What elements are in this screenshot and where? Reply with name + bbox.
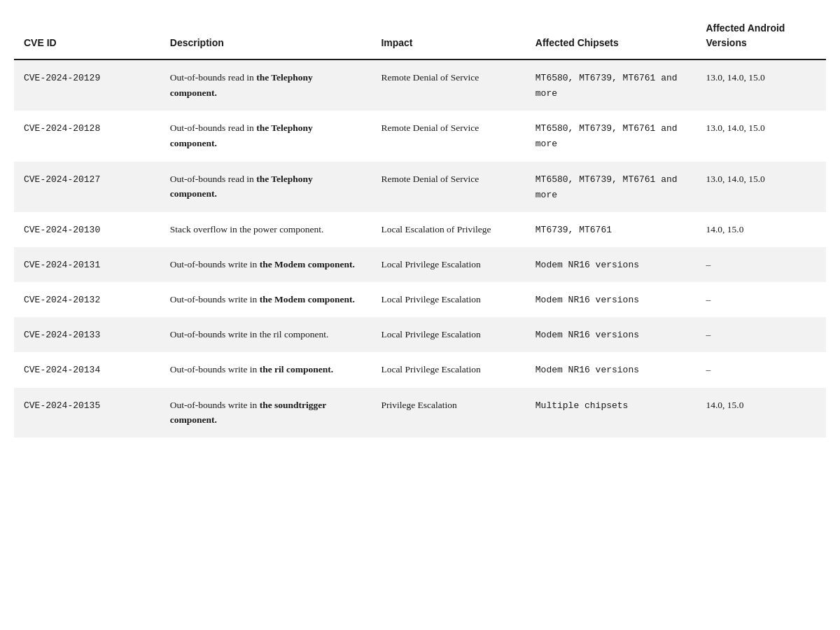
cve-id-value: CVE-2024-20133 [24,330,100,340]
impact-value: Remote Denial of Service [381,72,479,83]
chipsets-cell: Multiple chipsets [526,388,696,438]
android-versions-cell: – [696,317,826,352]
table-header-row: CVE ID Description Impact Affected Chips… [14,14,826,59]
description-value: Out-of-bounds read in the Telephony comp… [170,72,313,98]
impact-cell: Local Privilege Escalation [371,317,525,352]
description-cell: Out-of-bounds write in the Modem compone… [160,247,372,282]
android-versions-value: 13.0, 14.0, 15.0 [706,72,764,83]
header-cve-id: CVE ID [14,14,160,59]
chipsets-value: MT6580, MT6739, MT6761 and more [536,174,678,200]
header-description: Description [160,14,372,59]
impact-cell: Local Privilege Escalation [371,352,525,387]
impact-value: Local Privilege Escalation [381,329,480,340]
cve-id-value: CVE-2024-20128 [24,123,100,134]
header-impact: Impact [371,14,525,59]
android-versions-cell: – [696,247,826,282]
impact-cell: Remote Denial of Service [371,162,525,212]
chipsets-cell: MT6739, MT6761 [526,212,696,247]
table-row: CVE-2024-20128Out-of-bounds read in the … [14,111,826,161]
android-versions-value: – [706,329,710,340]
cve-id-cell: CVE-2024-20127 [14,162,160,212]
table-row: CVE-2024-20127Out-of-bounds read in the … [14,162,826,212]
android-versions-value: – [706,259,710,270]
impact-cell: Local Privilege Escalation [371,247,525,282]
android-versions-value: – [706,364,710,374]
table-row: CVE-2024-20131Out-of-bounds write in the… [14,247,826,282]
cve-id-cell: CVE-2024-20131 [14,247,160,282]
description-value: Out-of-bounds write in the Modem compone… [170,294,355,304]
description-value: Out-of-bounds write in the ril component… [170,329,328,340]
android-versions-cell: 14.0, 15.0 [696,388,826,438]
chipsets-value: Modem NR16 versions [536,295,639,305]
chipsets-value: MT6580, MT6739, MT6761 and more [536,123,678,149]
android-versions-cell: 14.0, 15.0 [696,212,826,247]
description-cell: Stack overflow in the power component. [160,212,372,247]
cve-id-cell: CVE-2024-20128 [14,111,160,161]
impact-value: Local Privilege Escalation [381,259,480,270]
cve-id-value: CVE-2024-20129 [24,73,100,83]
impact-cell: Local Privilege Escalation [371,282,525,317]
impact-value: Local Privilege Escalation [381,294,480,304]
android-versions-value: – [706,294,710,304]
impact-value: Remote Denial of Service [381,174,479,184]
cve-id-value: CVE-2024-20134 [24,365,100,375]
description-cell: Out-of-bounds read in the Telephony comp… [160,59,372,111]
description-cell: Out-of-bounds write in the ril component… [160,352,372,387]
description-cell: Out-of-bounds write in the ril component… [160,317,372,352]
impact-value: Local Escalation of Privilege [381,224,491,234]
android-versions-value: 13.0, 14.0, 15.0 [706,174,764,184]
table-row: CVE-2024-20130Stack overflow in the powe… [14,212,826,247]
chipsets-value: Modem NR16 versions [536,260,639,270]
chipsets-cell: MT6580, MT6739, MT6761 and more [526,59,696,111]
impact-cell: Remote Denial of Service [371,111,525,161]
chipsets-cell: Modem NR16 versions [526,317,696,352]
impact-cell: Remote Denial of Service [371,59,525,111]
description-cell: Out-of-bounds write in the Modem compone… [160,282,372,317]
cve-id-cell: CVE-2024-20132 [14,282,160,317]
impact-cell: Local Escalation of Privilege [371,212,525,247]
description-cell: Out-of-bounds read in the Telephony comp… [160,111,372,161]
header-android-versions: Affected Android Versions [696,14,826,59]
description-value: Out-of-bounds read in the Telephony comp… [170,174,313,200]
android-versions-value: 14.0, 15.0 [706,224,743,234]
cve-id-cell: CVE-2024-20134 [14,352,160,387]
description-value: Out-of-bounds write in the soundtrigger … [170,400,326,426]
table-row: CVE-2024-20132Out-of-bounds write in the… [14,282,826,317]
chipsets-cell: Modem NR16 versions [526,282,696,317]
chipsets-cell: MT6580, MT6739, MT6761 and more [526,162,696,212]
header-chipsets: Affected Chipsets [526,14,696,59]
chipsets-value: Multiple chipsets [536,400,629,411]
description-cell: Out-of-bounds read in the Telephony comp… [160,162,372,212]
description-value: Out-of-bounds read in the Telephony comp… [170,122,313,148]
chipsets-cell: Modem NR16 versions [526,247,696,282]
android-versions-cell: 13.0, 14.0, 15.0 [696,59,826,111]
cve-table: CVE ID Description Impact Affected Chips… [14,14,826,438]
chipsets-value: MT6739, MT6761 [536,225,612,235]
table-row: CVE-2024-20134Out-of-bounds write in the… [14,352,826,387]
cve-id-value: CVE-2024-20127 [24,174,100,185]
impact-value: Remote Denial of Service [381,122,479,133]
cve-id-value: CVE-2024-20132 [24,295,100,305]
cve-id-cell: CVE-2024-20130 [14,212,160,247]
android-versions-cell: 13.0, 14.0, 15.0 [696,162,826,212]
android-versions-value: 14.0, 15.0 [706,400,743,410]
android-versions-value: 13.0, 14.0, 15.0 [706,122,764,133]
android-versions-cell: 13.0, 14.0, 15.0 [696,111,826,161]
chipsets-value: Modem NR16 versions [536,330,639,340]
chipsets-cell: MT6580, MT6739, MT6761 and more [526,111,696,161]
impact-value: Local Privilege Escalation [381,364,480,374]
impact-cell: Privilege Escalation [371,388,525,438]
table-row: CVE-2024-20133Out-of-bounds write in the… [14,317,826,352]
table-row: CVE-2024-20135Out-of-bounds write in the… [14,388,826,438]
cve-id-cell: CVE-2024-20129 [14,59,160,111]
chipsets-cell: Modem NR16 versions [526,352,696,387]
table-row: CVE-2024-20129Out-of-bounds read in the … [14,59,826,111]
cve-id-cell: CVE-2024-20135 [14,388,160,438]
cve-id-cell: CVE-2024-20133 [14,317,160,352]
description-value: Out-of-bounds write in the ril component… [170,364,333,374]
description-value: Stack overflow in the power component. [170,224,324,234]
description-cell: Out-of-bounds write in the soundtrigger … [160,388,372,438]
cve-id-value: CVE-2024-20131 [24,260,100,270]
chipsets-value: MT6580, MT6739, MT6761 and more [536,73,678,99]
main-container: CVE ID Description Impact Affected Chips… [0,0,840,465]
